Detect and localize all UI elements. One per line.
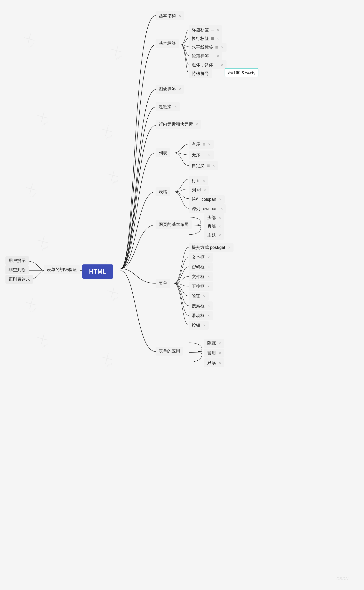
close-icon[interactable]: ✕ <box>196 122 198 126</box>
label-文件框: 文件框 <box>192 274 205 280</box>
label-基本标签: 基本标签 <box>159 40 176 46</box>
node-脚部[interactable]: 脚部 ✕ <box>204 222 224 231</box>
close-icon[interactable]: ✕ <box>219 216 221 220</box>
node-密码框[interactable]: 密码框 ✕ <box>188 262 213 271</box>
menu-icon <box>203 154 205 156</box>
close-icon[interactable]: ✕ <box>208 142 211 146</box>
node-超链接[interactable]: 超链接 ✕ <box>156 102 180 111</box>
close-icon[interactable]: ✕ <box>219 351 221 355</box>
label-隐藏: 隐藏 <box>207 340 216 346</box>
node-列表[interactable]: 列表 <box>156 148 170 157</box>
node-头部[interactable]: 头部 ✕ <box>204 213 224 222</box>
close-icon[interactable]: ✕ <box>219 234 221 237</box>
node-特殊符号[interactable]: 特殊符号 <box>188 69 212 78</box>
close-icon[interactable]: ✕ <box>219 342 221 345</box>
node-水平线标签[interactable]: 水平线标签 ✕ <box>188 43 227 52</box>
node-网页基本布局[interactable]: 网页的基本布局 <box>156 220 192 229</box>
label-搜索框: 搜索框 <box>192 303 205 309</box>
label-表单: 表单 <box>159 280 167 286</box>
close-icon[interactable]: ✕ <box>228 246 230 249</box>
close-icon[interactable]: ✕ <box>220 207 223 211</box>
node-特殊符号值[interactable]: &#160;&+xx+; <box>225 68 258 77</box>
label-图像标签: 图像标签 <box>159 86 176 92</box>
close-icon[interactable]: ✕ <box>174 105 177 109</box>
label-警用: 警用 <box>207 350 216 356</box>
node-用户提示[interactable]: 用户提示 <box>6 256 29 265</box>
close-icon[interactable]: ✕ <box>217 37 219 40</box>
node-行tr[interactable]: 行 tr ✕ <box>188 176 208 185</box>
close-icon[interactable]: ✕ <box>212 164 215 168</box>
svg-line-7 <box>38 112 48 122</box>
node-主题[interactable]: 主题 ✕ <box>204 231 224 240</box>
close-icon[interactable]: ✕ <box>203 295 206 298</box>
svg-text:XMind: XMind <box>111 179 118 185</box>
svg-line-31 <box>38 334 48 344</box>
svg-text:XMind: XMind <box>30 308 37 314</box>
close-icon[interactable]: ✕ <box>208 153 211 157</box>
close-icon[interactable]: ✕ <box>203 179 205 183</box>
label-水平线标签: 水平线标签 <box>192 44 213 50</box>
close-icon[interactable]: ✕ <box>207 304 210 308</box>
node-文件框[interactable]: 文件框 ✕ <box>188 272 213 281</box>
node-警用[interactable]: 警用 ✕ <box>204 349 224 357</box>
svg-text:XMind: XMind <box>41 343 48 349</box>
node-下拉框[interactable]: 下拉框 ✕ <box>188 282 213 291</box>
node-滑动框[interactable]: 滑动框 ✕ <box>188 311 213 320</box>
label-列表: 列表 <box>159 150 167 156</box>
label-脚部: 脚部 <box>207 223 216 229</box>
close-icon[interactable]: ✕ <box>207 265 210 269</box>
node-正则表达式[interactable]: 正则表达式 <box>6 275 33 284</box>
label-主题: 主题 <box>207 232 216 238</box>
node-隐藏[interactable]: 隐藏 ✕ <box>204 339 224 348</box>
node-跨列rowspan[interactable]: 跨列 rowspan ✕ <box>188 204 226 213</box>
close-icon[interactable]: ✕ <box>221 63 223 67</box>
center-node[interactable]: HTML <box>82 264 113 279</box>
node-非空判断[interactable]: 非空判断 <box>6 265 29 274</box>
close-icon[interactable]: ✕ <box>219 225 221 228</box>
label-只读: 只读 <box>207 360 216 366</box>
close-icon[interactable]: ✕ <box>207 285 210 288</box>
node-只读[interactable]: 只读 ✕ <box>204 358 224 367</box>
node-行内元素和块元素[interactable]: 行内元素和块元素 ✕ <box>156 120 201 129</box>
node-自定义[interactable]: 自定义 ✕ <box>188 161 218 170</box>
close-icon[interactable]: ✕ <box>217 54 219 58</box>
close-icon[interactable]: ✕ <box>207 275 210 279</box>
svg-line-10 <box>102 125 112 136</box>
node-图像标签[interactable]: 图像标签 ✕ <box>156 85 184 94</box>
close-icon[interactable]: ✕ <box>207 255 210 259</box>
close-icon[interactable]: ✕ <box>207 314 210 318</box>
node-按钮[interactable]: 按钮 ✕ <box>188 321 209 330</box>
svg-text:XMind: XMind <box>115 55 122 60</box>
node-列td[interactable]: 列 td ✕ <box>188 186 209 194</box>
close-icon[interactable]: ✕ <box>221 46 223 49</box>
node-验证[interactable]: 验证 ✕ <box>188 292 209 301</box>
node-文本框[interactable]: 文本框 ✕ <box>188 253 213 262</box>
node-表单应用[interactable]: 表单的应用 <box>156 347 183 355</box>
menu-icon <box>211 29 214 31</box>
label-表单应用: 表单的应用 <box>159 348 180 354</box>
node-基本标签[interactable]: 基本标签 <box>156 39 179 48</box>
node-表单[interactable]: 表单 <box>156 279 170 288</box>
close-icon[interactable]: ✕ <box>219 361 221 365</box>
close-icon[interactable]: ✕ <box>178 14 181 18</box>
close-icon[interactable]: ✕ <box>178 87 181 91</box>
close-icon[interactable]: ✕ <box>217 28 219 32</box>
node-基本结构[interactable]: 基本结构 ✕ <box>156 11 184 20</box>
node-换行标签[interactable]: 换行标签 ✕ <box>188 34 222 43</box>
node-标题标签[interactable]: 标题标签 ✕ <box>188 25 222 34</box>
node-有序[interactable]: 有序 ✕ <box>188 140 214 149</box>
close-icon[interactable]: ✕ <box>219 198 221 201</box>
node-段落标签[interactable]: 段落标签 ✕ <box>188 52 222 60</box>
node-搜索框[interactable]: 搜索框 ✕ <box>188 302 213 310</box>
node-跨行colspan[interactable]: 跨行 colspan ✕ <box>188 195 225 204</box>
menu-icon <box>215 64 218 66</box>
close-icon[interactable]: ✕ <box>203 324 206 327</box>
node-表单初级验证[interactable]: 表单的初级验证 <box>44 265 80 274</box>
node-粗体斜体[interactable]: 粗体，斜体 ✕ <box>188 60 227 69</box>
node-表格[interactable]: 表格 <box>156 187 170 196</box>
label-特殊符号: 特殊符号 <box>192 71 209 77</box>
node-提交方式[interactable]: 提交方式 post/get ✕ <box>188 243 234 252</box>
node-无序[interactable]: 无序 ✕ <box>188 151 214 160</box>
close-icon[interactable]: ✕ <box>203 188 206 192</box>
menu-icon <box>211 55 214 57</box>
